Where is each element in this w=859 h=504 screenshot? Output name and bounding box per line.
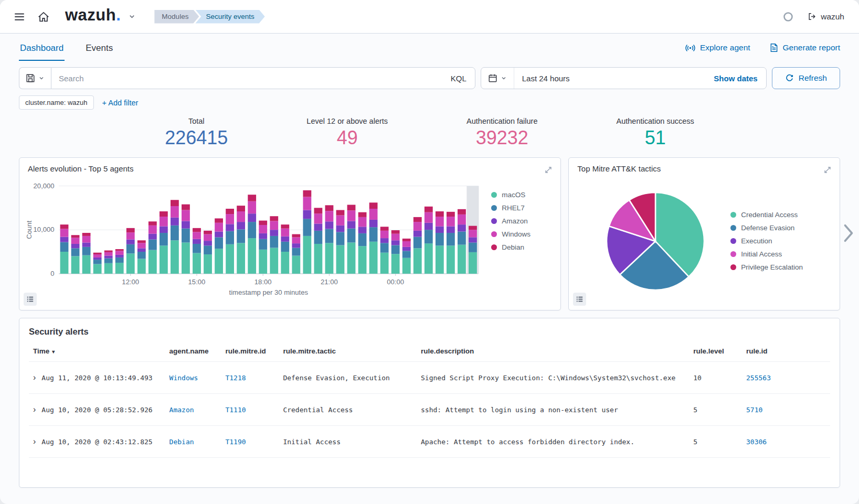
x-tick-label: 21:00 — [321, 278, 338, 286]
legend-item-initial-access[interactable]: Initial Access — [730, 250, 803, 258]
add-filter-button[interactable]: + Add filter — [102, 99, 139, 107]
generate-report-button[interactable]: Generate report — [769, 43, 840, 52]
legend-item-debian[interactable]: Debian — [491, 243, 553, 251]
bar-segment-Debian — [436, 211, 444, 217]
stat-value: 49 — [306, 126, 388, 149]
bar-segment-Amazon — [248, 213, 256, 222]
search-input[interactable] — [51, 74, 442, 83]
column-header-rule-mitre-tactic[interactable]: rule.mitre.tactic — [279, 341, 417, 362]
table-header-row: Time▾agent.namerule.mitre.idrule.mitre.t… — [29, 341, 830, 362]
bar-segment-Windows — [71, 238, 80, 244]
expand-icon — [823, 166, 832, 174]
kql-button[interactable]: KQL — [442, 74, 475, 83]
filter-chip-cluster-name[interactable]: cluster.name: wazuh — [19, 95, 94, 110]
expand-row-button[interactable]: › — [33, 437, 36, 446]
legend-item-privilege-escalation[interactable]: Privilege Escalation — [730, 263, 803, 271]
expand-panel-button[interactable] — [543, 164, 554, 177]
hamburger-icon — [14, 12, 25, 22]
column-header-rule-mitre-id[interactable]: rule.mitre.id — [221, 341, 279, 362]
refresh-button[interactable]: Refresh — [772, 67, 840, 89]
legend-item-macos[interactable]: macOS — [491, 191, 553, 199]
legend-item-windows[interactable]: Windows — [491, 230, 553, 238]
bar-segment-Debian — [60, 224, 69, 229]
rule-id-link[interactable]: 5710 — [746, 406, 762, 414]
bar-segment-Debian — [248, 195, 256, 201]
explore-agent-button[interactable]: Explore agent — [685, 42, 750, 53]
bar-segment-RHEL7 — [160, 233, 168, 245]
menu-button[interactable] — [8, 6, 30, 28]
bar-segment-macOS — [436, 246, 444, 274]
query-bar: KQL Last 24 hours Show dates Refresh — [0, 62, 859, 92]
expand-row-button[interactable]: › — [33, 405, 36, 414]
legend-color-dot — [730, 225, 736, 231]
bar-segment-Windows — [336, 216, 345, 226]
security-alerts-title: Security alerts — [29, 327, 830, 337]
bar-segment-RHEL7 — [358, 233, 367, 246]
bar-segment-macOS — [270, 248, 278, 274]
bar-segment-Amazon — [358, 227, 367, 234]
agent-name-link[interactable]: Amazon — [169, 406, 194, 414]
column-header-time[interactable]: Time▾ — [29, 341, 165, 362]
calendar-button[interactable] — [481, 68, 514, 89]
rule-level: 5 — [693, 438, 697, 446]
bar-segment-RHEL7 — [248, 222, 256, 238]
expand-row-button[interactable]: › — [33, 373, 36, 382]
tab-events[interactable]: Events — [84, 35, 114, 61]
status-ring-button[interactable] — [777, 6, 799, 28]
save-query-button[interactable] — [19, 67, 51, 89]
bar-segment-RHEL7 — [469, 243, 477, 252]
legend-item-credential-access[interactable]: Credential Access — [730, 211, 803, 219]
column-header-rule-description[interactable]: rule.description — [417, 341, 689, 362]
breadcrumb-modules[interactable]: Modules — [154, 10, 199, 24]
bar-segment-macOS — [358, 246, 367, 274]
list-icon — [27, 296, 34, 303]
show-dates-button[interactable]: Show dates — [705, 74, 766, 83]
user-menu[interactable]: wazuh — [801, 8, 851, 26]
rule-id-link[interactable]: 30306 — [746, 438, 767, 446]
bar-segment-Debian — [215, 219, 223, 223]
expand-panel-button[interactable] — [822, 164, 833, 177]
bar-segment-RHEL7 — [281, 242, 289, 252]
app-switcher-caret[interactable] — [124, 6, 140, 28]
calendar-icon — [488, 73, 497, 83]
y-tick-label: 10,000 — [34, 226, 55, 234]
column-label: rule.id — [746, 347, 768, 355]
bar-segment-macOS — [391, 254, 400, 274]
inspect-button[interactable] — [573, 293, 586, 306]
legend-item-execution[interactable]: Execution — [730, 237, 803, 245]
bar-segment-Debian — [469, 226, 477, 230]
bar-segment-Windows — [303, 197, 311, 210]
bar-segment-Amazon — [149, 234, 157, 240]
inspect-button[interactable] — [24, 293, 37, 306]
bar-segment-Debian — [160, 211, 168, 217]
bar-segment-Amazon — [93, 258, 102, 260]
legend-item-rhel7[interactable]: RHEL7 — [491, 204, 553, 212]
column-header-rule-level[interactable]: rule.level — [689, 341, 742, 362]
agent-name-link[interactable]: Windows — [169, 374, 198, 382]
rule-id-link[interactable]: 255563 — [746, 374, 771, 382]
breadcrumb-security-events[interactable]: Security events — [195, 10, 264, 24]
mitre-id-link[interactable]: T1110 — [225, 406, 246, 414]
agent-name-link[interactable]: Debian — [169, 438, 194, 446]
date-picker: Last 24 hours Show dates — [481, 67, 767, 89]
bar-segment-Amazon — [182, 221, 190, 229]
bar-segment-macOS — [458, 245, 466, 274]
bar-segment-Debian — [413, 217, 422, 222]
next-page-chevron[interactable] — [842, 223, 855, 245]
mitre-id-link[interactable]: T1190 — [225, 438, 246, 446]
bar-segment-Amazon — [237, 222, 245, 229]
bar-segment-Amazon — [259, 233, 267, 239]
stat-value: 226415 — [165, 126, 228, 149]
mitre-id-link[interactable]: T1218 — [225, 374, 246, 382]
tab-dashboard[interactable]: Dashboard — [19, 35, 65, 61]
home-button[interactable] — [33, 6, 55, 28]
bar-segment-macOS — [380, 253, 389, 274]
column-header-agent-name[interactable]: agent.name — [165, 341, 221, 362]
save-icon — [26, 73, 35, 83]
x-axis-label: timestamp per 30 minutes — [229, 288, 308, 296]
wazuh-logo[interactable]: wazuh. — [65, 7, 121, 23]
legend-item-amazon[interactable]: Amazon — [491, 217, 553, 225]
legend-item-defense-evasion[interactable]: Defense Evasion — [730, 224, 803, 232]
column-header-rule-id[interactable]: rule.id — [742, 341, 830, 362]
time-range-button[interactable]: Last 24 hours — [514, 74, 706, 83]
